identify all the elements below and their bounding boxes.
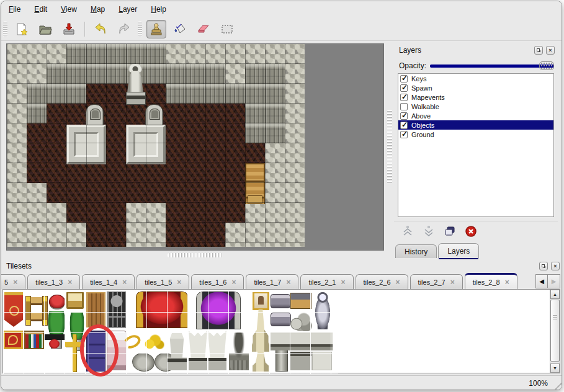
map-tile-rock-ground[interactable] — [285, 243, 305, 247]
map-tile-cliff-wall[interactable] — [66, 84, 86, 104]
map-tile-cave-floor[interactable] — [106, 84, 126, 104]
map-tile-cave-floor[interactable] — [106, 143, 126, 163]
toolbar-grip[interactable] — [3, 21, 7, 37]
map-tile-cave-floor[interactable] — [166, 183, 186, 203]
select-tool-button[interactable] — [217, 20, 237, 38]
map-tile-rock-ground[interactable] — [285, 44, 305, 64]
tile-rock[interactable] — [132, 353, 154, 372]
lower-layer-button[interactable] — [421, 224, 436, 239]
tile-angel[interactable] — [189, 331, 207, 370]
tileset-tab-tiles_1_4[interactable]: tiles_1_4× — [82, 274, 135, 289]
map-object-platform[interactable] — [126, 125, 166, 164]
map-tile-cave-floor[interactable] — [245, 143, 265, 163]
map-tile-cave-floor[interactable] — [225, 123, 245, 143]
map-tile-rock-ground[interactable] — [126, 223, 146, 243]
map-object-tombstone[interactable] — [145, 104, 163, 125]
tile-ledge[interactable] — [271, 332, 333, 350]
layer-checkbox[interactable]: ✓ — [400, 122, 408, 129]
layer-row-mapevents[interactable]: ✓Mapevents — [398, 92, 553, 102]
map-tile-rock-ground[interactable] — [7, 203, 27, 223]
tile-gold-pile[interactable] — [143, 333, 164, 349]
map-tile-cave-floor[interactable] — [166, 143, 186, 163]
menu-map[interactable]: Map — [91, 5, 105, 14]
layer-checkbox[interactable]: ✓ — [400, 75, 408, 82]
vertical-splitter[interactable] — [385, 43, 394, 251]
layer-checkbox[interactable] — [400, 103, 408, 110]
tile-emblem[interactable] — [3, 331, 23, 349]
layer-row-walkable[interactable]: Walkable — [398, 102, 553, 111]
save-button[interactable] — [59, 20, 79, 38]
tile-banner-red[interactable] — [4, 292, 23, 327]
map-tile-cliff-wall[interactable] — [245, 104, 265, 123]
map-tile-rock-ground[interactable] — [7, 243, 27, 247]
map-tile-rock-ground[interactable] — [225, 243, 245, 247]
resize-grip[interactable] — [552, 380, 562, 390]
tile-obelisk[interactable] — [252, 310, 269, 352]
map-tile-rock-ground[interactable] — [27, 223, 47, 243]
map-tile-cliff-wall[interactable] — [245, 123, 265, 143]
layer-row-keys[interactable]: ✓Keys — [398, 74, 553, 83]
map-tile-cave-floor[interactable] — [126, 104, 146, 123]
map-tile-cliff-wall[interactable] — [245, 84, 265, 104]
map-tile-cave-floor[interactable] — [186, 163, 205, 183]
map-tile-rock-ground[interactable] — [265, 243, 285, 247]
map-tile-rock-ground[interactable] — [285, 84, 305, 104]
float-panel-button[interactable] — [534, 46, 543, 55]
map-tile-cave-floor[interactable] — [205, 104, 225, 123]
layer-row-above[interactable]: ✓Above — [398, 111, 553, 120]
map-tile-rock-ground[interactable] — [265, 143, 285, 163]
map-tile-rock-ground[interactable] — [285, 104, 305, 123]
tile-block-light[interactable] — [312, 352, 332, 370]
map-tile-rock-ground[interactable] — [27, 203, 47, 223]
map-tile-cliff-wall[interactable] — [66, 64, 86, 84]
tileset-tab-tiles_2_6[interactable]: tiles_2_6× — [356, 274, 408, 289]
tab-close-icon[interactable]: × — [231, 278, 236, 287]
tile-chest-metal[interactable] — [271, 294, 290, 308]
scrollbar-up-button[interactable]: ▲ — [550, 290, 560, 299]
menu-file[interactable]: File — [9, 5, 20, 14]
close-panel-button[interactable]: × — [546, 46, 555, 55]
map-tile-cave-floor[interactable] — [27, 143, 47, 163]
map-tile-rock-ground[interactable] — [245, 243, 265, 247]
close-panel-button[interactable]: × — [551, 262, 560, 270]
map-tile-cliff-wall[interactable] — [106, 44, 126, 64]
map-tile-cave-floor[interactable] — [47, 183, 66, 203]
map-tile-cave-floor[interactable] — [86, 243, 106, 247]
tab-close-icon[interactable]: × — [122, 278, 127, 287]
map-tile-cave-floor[interactable] — [225, 104, 245, 123]
map-tile-rock-ground[interactable] — [146, 203, 166, 223]
map-tile-rock-ground[interactable] — [186, 44, 205, 64]
map-tile-cave-floor[interactable] — [106, 123, 126, 143]
map-tile-rock-ground[interactable] — [265, 223, 285, 243]
map-tile-rock-ground[interactable] — [285, 163, 305, 183]
map-tile-rock-ground[interactable] — [285, 64, 305, 84]
map-tile-rock-ground[interactable] — [126, 243, 146, 247]
map-tile-cave-floor[interactable] — [166, 123, 186, 143]
fill-tool-button[interactable] — [170, 20, 190, 38]
map-tile-rock-ground[interactable] — [27, 183, 47, 203]
eraser-tool-button[interactable] — [194, 20, 213, 38]
map-object-platform[interactable] — [66, 125, 106, 164]
map-tile-cliff-wall[interactable] — [47, 64, 66, 84]
tile-books[interactable] — [24, 331, 44, 349]
tileset-tab-5[interactable]: 5× — [1, 274, 25, 289]
map-tile-cave-floor[interactable] — [106, 203, 126, 223]
opacity-slider[interactable] — [430, 61, 554, 71]
map-tile-cave-floor[interactable] — [86, 163, 106, 183]
map-tile-cave-floor[interactable] — [146, 163, 166, 183]
map-tile-cave-floor[interactable] — [27, 163, 47, 183]
map-tile-cave-floor[interactable] — [47, 104, 66, 123]
menu-layer[interactable]: Layer — [119, 5, 137, 14]
layer-checkbox[interactable]: ✓ — [400, 84, 408, 92]
tile-vanity[interactable] — [66, 292, 84, 309]
map-tile-cave-floor[interactable] — [225, 183, 245, 203]
dock-tab-layers[interactable]: Layers — [438, 243, 479, 258]
map-tile-cliff-wall[interactable] — [166, 84, 186, 104]
map-tile-rock-ground[interactable] — [146, 223, 166, 243]
tile-iron-gate[interactable] — [107, 291, 127, 328]
layer-row-objects[interactable]: ✓Objects — [398, 120, 553, 130]
horizontal-splitter[interactable] — [6, 252, 384, 258]
tile-press[interactable] — [44, 334, 65, 350]
tile-throne-purple[interactable] — [196, 291, 241, 329]
map-tile-rock-ground[interactable] — [265, 163, 285, 183]
